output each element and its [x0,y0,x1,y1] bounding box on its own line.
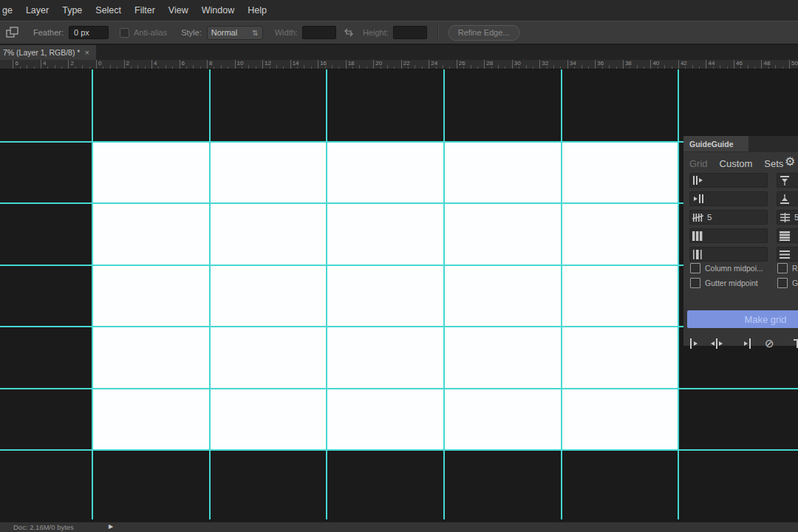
bottom-margin-field[interactable] [777,191,798,206]
ruler-tick [41,60,41,69]
ruler-tick [664,65,665,69]
ruler-tick [304,65,304,69]
ruler-tick [82,65,83,69]
ruler-tick [221,65,222,69]
ruler-tick [727,66,728,69]
guide-vertical[interactable] [561,69,562,519]
ruler-label: 4 [43,60,46,66]
menu-item-ge[interactable]: ge [2,5,13,16]
guide-vertical[interactable] [92,69,93,519]
row-height-icon [780,231,790,241]
clear-guides-icon[interactable]: ⊘ [765,338,774,349]
menu-item-help[interactable]: Help [248,5,267,16]
gutter-width-field[interactable] [689,247,768,262]
guide-horizontal[interactable] [0,202,798,204]
menu-item-layer[interactable]: Layer [26,5,49,16]
tab-sets[interactable]: Sets [764,158,783,169]
column-count-icon [692,213,703,222]
checkbox[interactable] [777,263,788,273]
guide-horizontal[interactable] [0,449,798,451]
left-margin-field[interactable] [689,173,768,188]
menu-item-view[interactable]: View [168,5,188,16]
panel-title-tab[interactable]: GuideGuide [683,136,748,151]
row-gutter-field[interactable] [777,247,798,262]
ruler-tick [110,65,111,69]
tool-preset-icon[interactable] [5,26,20,39]
checkbox-label: Gutter midpoint [705,279,758,287]
guide-horizontal[interactable] [0,265,798,266]
guide-vertical[interactable] [443,69,445,519]
horizontal-ruler[interactable]: 6420246810121416182022242628303234363840… [0,60,798,69]
ruler-tick [720,65,720,69]
row-height-field[interactable] [777,228,798,243]
ruler-tick [381,66,381,69]
add-left-guide-icon[interactable] [689,338,702,349]
ruler-tick [283,66,284,69]
menu-item-window[interactable]: Window [202,5,234,16]
tab-custom[interactable]: Custom [720,158,753,169]
ruler-label: 46 [736,60,743,66]
ruler-tick [713,66,714,69]
height-input[interactable] [393,26,427,39]
ruler-tick [311,66,312,69]
ruler-tick [574,66,575,69]
tab-grid[interactable]: Grid [689,158,708,169]
ruler-label: 48 [763,60,770,66]
guide-vertical[interactable] [326,69,327,519]
ruler-tick [658,66,658,69]
checkbox[interactable] [690,278,700,288]
ruler-tick [582,65,582,69]
right-margin-icon [692,194,704,203]
edge-cut-icon[interactable] [792,338,798,349]
doc-size-status: Doc: 2.16M/0 bytes [13,523,74,531]
tab-close-icon[interactable]: × [84,48,89,57]
make-grid-button[interactable]: Make grid [687,310,798,328]
ruler-label: 10 [237,60,244,66]
guide-horizontal[interactable] [0,388,798,389]
right-margin-field[interactable] [689,191,768,206]
width-input[interactable] [302,26,336,39]
menu-item-type[interactable]: Type [62,5,82,16]
status-expand-icon[interactable]: ▶ [109,523,113,530]
ruler-tick [55,65,55,69]
left-margin-icon [692,176,704,185]
guide-vertical[interactable] [209,69,211,519]
ruler-tick [297,66,298,69]
column-count-field[interactable]: 5 [689,210,768,225]
ruler-tick [89,66,90,69]
menu-item-filter[interactable]: Filter [134,5,155,16]
ruler-tick [325,66,326,69]
left-checkbox-row: Column midpoi... [690,263,763,273]
ruler-tick [789,60,790,69]
ruler-label: 44 [708,60,715,66]
style-select[interactable]: Normal ⇅ [207,26,263,40]
refine-edge-button[interactable]: Refine Edge... [449,25,519,41]
height-label: Height: [363,28,389,37]
anti-alias-checkbox[interactable] [120,28,129,38]
ruler-tick [768,66,769,69]
ruler-tick [332,65,332,69]
checkbox[interactable] [690,263,700,273]
row-count-icon [780,213,791,222]
document-tab[interactable]: 7% (Layer 1, RGB/8) * × [0,45,96,60]
ruler-tick [471,65,471,69]
document-canvas[interactable] [92,141,678,449]
feather-input[interactable]: 0 px [69,26,109,39]
menu-item-select[interactable]: Select [95,5,121,16]
style-select-value: Normal [211,28,237,37]
guide-vertical[interactable] [678,69,679,519]
ruler-tick [145,66,146,69]
ruler-label: 38 [625,60,632,66]
column-width-field[interactable] [689,228,768,243]
ruler-tick [699,66,700,69]
top-margin-field[interactable] [777,173,798,188]
guide-horizontal[interactable] [0,141,798,143]
add-center-guide-icon[interactable] [709,338,725,349]
gear-icon[interactable]: ⚙ [785,156,795,168]
link-dimensions-icon[interactable] [343,28,355,37]
row-gutter-icon [780,250,790,259]
checkbox[interactable] [777,278,788,288]
row-count-field[interactable]: 5 [777,210,798,225]
guide-horizontal[interactable] [0,326,798,327]
add-right-guide-icon[interactable] [740,338,753,349]
